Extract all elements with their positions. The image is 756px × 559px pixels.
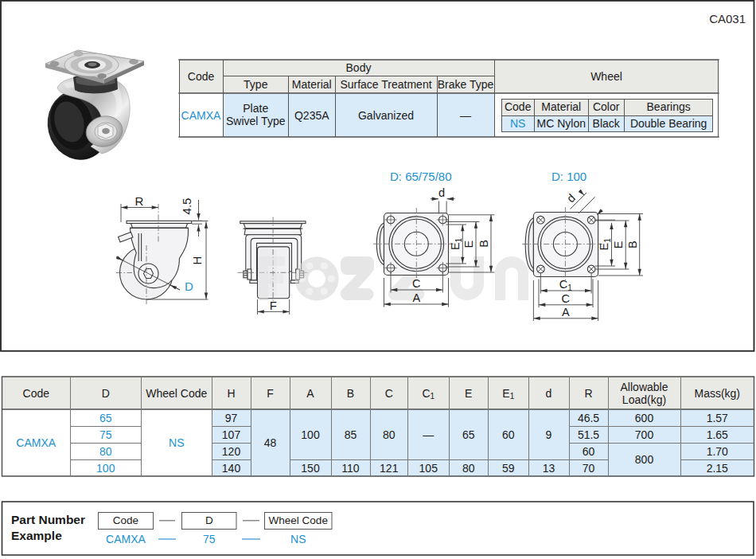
- svg-text:Double Bearing: Double Bearing: [630, 117, 707, 130]
- svg-text:Swivel Type: Swivel Type: [226, 115, 286, 127]
- svg-text:E: E: [462, 240, 475, 248]
- svg-text:d: d: [438, 186, 445, 199]
- svg-text:65: 65: [462, 428, 475, 441]
- svg-text:A: A: [306, 387, 314, 400]
- svg-text:150: 150: [301, 462, 320, 475]
- svg-text:80: 80: [383, 428, 396, 441]
- svg-text:70: 70: [583, 462, 595, 475]
- svg-text:75: 75: [203, 533, 216, 545]
- svg-text:4.5: 4.5: [180, 198, 193, 215]
- svg-text:Brake Type: Brake Type: [438, 78, 494, 91]
- svg-text:B: B: [477, 240, 490, 248]
- svg-text:C: C: [562, 292, 570, 305]
- svg-text:600: 600: [635, 412, 654, 424]
- svg-text:Body: Body: [346, 61, 372, 74]
- svg-text:NS: NS: [510, 117, 525, 130]
- svg-text:Surface Treatment: Surface Treatment: [340, 78, 431, 91]
- svg-text:E: E: [465, 387, 472, 400]
- svg-text:d: d: [564, 191, 578, 205]
- svg-text:A: A: [562, 306, 570, 319]
- svg-text:Galvanized: Galvanized: [358, 109, 414, 122]
- svg-text:48: 48: [264, 436, 277, 449]
- svg-text:H: H: [227, 387, 235, 400]
- svg-text:D: D: [205, 514, 213, 526]
- svg-text:CAMXA: CAMXA: [106, 533, 146, 545]
- svg-text:Code: Code: [23, 387, 50, 400]
- svg-text:R: R: [135, 194, 144, 208]
- svg-text:1.70: 1.70: [707, 445, 728, 458]
- svg-text:51.5: 51.5: [578, 428, 599, 441]
- svg-text:B: B: [626, 240, 639, 248]
- svg-text:140: 140: [222, 462, 241, 475]
- svg-text:CAMXA: CAMXA: [181, 109, 221, 122]
- svg-text:97: 97: [225, 412, 238, 424]
- svg-text:60: 60: [583, 445, 595, 458]
- svg-text:Code: Code: [113, 514, 138, 526]
- svg-text:Load(kg): Load(kg): [622, 393, 666, 406]
- svg-text:D: D: [185, 280, 193, 293]
- svg-text:121: 121: [380, 462, 399, 475]
- svg-text:Wheel Code: Wheel Code: [146, 387, 207, 400]
- svg-text:d: d: [546, 387, 552, 400]
- svg-text:Mass(kg): Mass(kg): [694, 387, 740, 400]
- svg-text:80: 80: [99, 445, 112, 458]
- svg-text:CA031: CA031: [709, 12, 746, 25]
- svg-text:75: 75: [99, 428, 112, 441]
- svg-text:2.15: 2.15: [707, 462, 728, 475]
- svg-text:46.5: 46.5: [578, 412, 599, 424]
- svg-text:D: 65/75/80: D: 65/75/80: [390, 170, 452, 183]
- svg-text:Allowable: Allowable: [621, 381, 668, 393]
- svg-text:Code: Code: [188, 70, 215, 83]
- svg-text:Bearings: Bearings: [647, 100, 691, 113]
- svg-text:1.57: 1.57: [707, 412, 728, 424]
- svg-text:105: 105: [419, 462, 438, 475]
- svg-text:E1: E1: [598, 238, 612, 251]
- svg-text:100: 100: [96, 462, 115, 475]
- svg-text:E: E: [612, 240, 625, 248]
- svg-text:59: 59: [502, 462, 515, 475]
- svg-text:60: 60: [502, 428, 515, 441]
- svg-text:1.65: 1.65: [707, 428, 728, 441]
- svg-text:F: F: [267, 387, 274, 400]
- svg-text:Code: Code: [505, 100, 532, 113]
- svg-text:NS: NS: [290, 533, 306, 545]
- svg-text:Example: Example: [11, 529, 62, 542]
- svg-text:Part Number: Part Number: [11, 513, 85, 526]
- svg-text:NS: NS: [169, 436, 184, 449]
- svg-text:CAMXA: CAMXA: [16, 436, 56, 449]
- svg-text:H: H: [190, 256, 204, 265]
- svg-text:—: —: [460, 109, 471, 122]
- svg-text:D: 100: D: 100: [551, 170, 586, 183]
- svg-text:E1: E1: [449, 237, 463, 250]
- svg-text:R: R: [584, 387, 592, 400]
- svg-text:Q235A: Q235A: [294, 109, 329, 122]
- svg-text:9: 9: [546, 428, 552, 441]
- svg-text:107: 107: [222, 428, 241, 441]
- svg-text:Black: Black: [593, 117, 621, 130]
- svg-text:C: C: [412, 277, 420, 290]
- svg-text:Wheel Code: Wheel Code: [269, 514, 328, 526]
- svg-text:A: A: [412, 291, 420, 304]
- svg-text:MC Nylon: MC Nylon: [537, 117, 586, 130]
- svg-text:—: —: [423, 428, 434, 441]
- svg-text:800: 800: [635, 453, 654, 466]
- svg-text:C: C: [385, 387, 393, 400]
- svg-text:B: B: [347, 387, 354, 400]
- svg-text:Wheel: Wheel: [590, 70, 622, 83]
- svg-text:13: 13: [543, 462, 555, 475]
- svg-text:100: 100: [301, 428, 320, 441]
- svg-text:F: F: [270, 299, 277, 312]
- svg-text:Plate: Plate: [243, 102, 268, 115]
- svg-text:85: 85: [345, 428, 357, 441]
- svg-text:120: 120: [222, 445, 241, 458]
- svg-text:Type: Type: [244, 78, 268, 91]
- svg-text:Color: Color: [593, 100, 620, 113]
- svg-text:80: 80: [462, 462, 475, 475]
- svg-text:700: 700: [635, 428, 654, 441]
- svg-text:65: 65: [99, 412, 112, 424]
- svg-text:C1: C1: [559, 278, 572, 292]
- svg-text:Material: Material: [541, 100, 581, 113]
- svg-text:Material: Material: [292, 78, 332, 91]
- svg-text:D: D: [102, 387, 110, 400]
- svg-text:110: 110: [341, 462, 360, 475]
